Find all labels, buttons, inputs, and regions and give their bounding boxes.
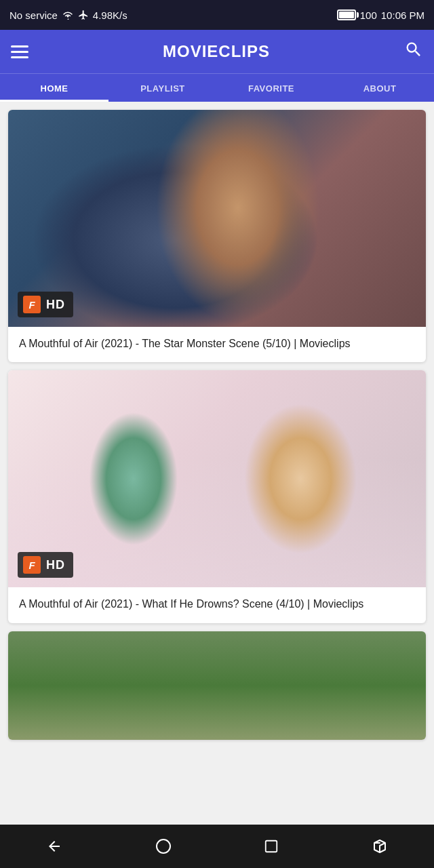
video-card-1[interactable]: F HD A Mouthful of Air (2021) - The Star… <box>8 110 426 362</box>
speed-text: 4.98K/s <box>93 9 127 21</box>
airplane-icon <box>78 9 89 20</box>
video-thumbnail-3[interactable] <box>8 631 426 740</box>
tab-home[interactable]: HOME <box>0 74 108 102</box>
fandango-logo-2: F <box>23 556 41 574</box>
back-button[interactable] <box>35 833 73 860</box>
hd-badge-1: F HD <box>18 292 73 317</box>
tab-playlist[interactable]: PLAYLIST <box>108 74 217 102</box>
video-title-1[interactable]: A Mouthful of Air (2021) - The Star Mons… <box>8 327 426 362</box>
bottom-nav <box>0 825 434 868</box>
fandango-logo-1: F <box>23 296 41 313</box>
tab-about[interactable]: ABOUT <box>326 74 434 102</box>
video-card-3[interactable] <box>8 631 426 740</box>
tab-bar: HOME PLAYLIST FAVORITE ABOUT <box>0 73 434 102</box>
svg-rect-1 <box>266 841 277 852</box>
content-area: F HD A Mouthful of Air (2021) - The Star… <box>0 102 434 825</box>
status-bar: No service 4.98K/s 100 10:06 PM <box>0 0 434 30</box>
time-text: 10:06 PM <box>381 9 425 21</box>
battery-text: 100 <box>360 9 377 21</box>
no-service-text: No service <box>9 9 58 21</box>
video-thumbnail-2[interactable]: F HD <box>8 370 426 587</box>
video-card-2[interactable]: F HD A Mouthful of Air (2021) - What If … <box>8 370 426 623</box>
search-button[interactable] <box>404 40 423 64</box>
app-title: MOVIECLIPS <box>163 42 270 61</box>
hd-text-1: HD <box>46 298 65 312</box>
rotate-button[interactable] <box>361 833 399 860</box>
status-right: 100 10:06 PM <box>337 9 425 21</box>
hd-text-2: HD <box>46 558 65 572</box>
tab-favorite[interactable]: FAVORITE <box>217 74 326 102</box>
status-left: No service 4.98K/s <box>9 9 127 21</box>
video-title-2[interactable]: A Mouthful of Air (2021) - What If He Dr… <box>8 587 426 623</box>
video-thumbnail-1[interactable]: F HD <box>8 110 426 327</box>
battery-icon <box>337 9 356 20</box>
app-bar: MOVIECLIPS <box>0 30 434 73</box>
home-button[interactable] <box>144 833 182 860</box>
wifi-icon <box>62 10 74 20</box>
svg-point-0 <box>157 840 170 853</box>
recent-apps-button[interactable] <box>253 833 290 859</box>
hamburger-menu-button[interactable] <box>11 45 28 58</box>
hd-badge-2: F HD <box>18 552 73 578</box>
